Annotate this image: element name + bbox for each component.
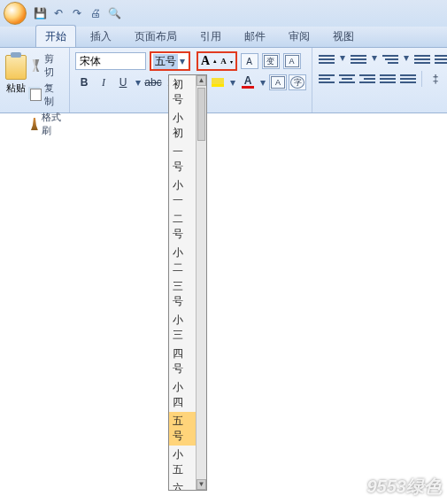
copy-label: 复制	[44, 81, 62, 108]
font-name-input[interactable]	[75, 52, 146, 70]
numbering-icon	[351, 52, 366, 66]
quick-access-toolbar: 💾 ↶ ↷ 🖨 🔍	[32, 5, 122, 21]
font-size-option[interactable]: 一号	[169, 143, 196, 176]
scroll-thumb[interactable]	[197, 88, 205, 141]
multilevel-button[interactable]	[381, 51, 399, 67]
align-left-button[interactable]	[318, 71, 335, 87]
underline-button[interactable]: U	[114, 74, 132, 90]
clear-format-button[interactable]: A	[241, 53, 258, 69]
font-size-option[interactable]: 三号	[169, 277, 196, 311]
font-size-option[interactable]: 二号	[169, 210, 196, 244]
tab-references[interactable]: 引用	[191, 26, 230, 47]
qat-preview-icon[interactable]: 🔍	[106, 5, 122, 21]
align-left-icon	[319, 72, 335, 86]
cut-label: 剪切	[44, 52, 62, 79]
scrollbar[interactable]: ▲ ▼	[196, 75, 206, 490]
font-size-option[interactable]: 小五	[169, 446, 196, 479]
font-size-dropdown-list[interactable]: 初号小初一号小一二号小二三号小三四号小四五号小五六号小六七号八号55.56.57…	[168, 74, 207, 491]
chevron-down-icon: ▾	[178, 55, 187, 67]
bullets-icon	[319, 52, 335, 66]
indent-inc-button[interactable]	[434, 51, 447, 67]
group-clipboard: 粘贴 剪切 复制 格式刷	[0, 48, 70, 112]
font-size-dropdown[interactable]: 五号 ▾	[150, 51, 190, 71]
copy-button[interactable]: 复制	[28, 81, 64, 109]
grow-font-button[interactable]: A	[201, 54, 210, 68]
chevron-down-icon[interactable]: ▾	[402, 51, 411, 67]
grow-shrink-box: A▴ A▾	[197, 51, 237, 71]
indent-dec-button[interactable]	[413, 51, 431, 67]
tab-insert[interactable]: 插入	[81, 26, 120, 47]
underline-more-icon[interactable]: ▾	[134, 76, 143, 89]
qat-save-icon[interactable]: 💾	[32, 5, 48, 21]
bold-button[interactable]: B	[75, 74, 93, 90]
chevron-down-icon[interactable]: ▾	[370, 51, 379, 67]
copy-icon	[30, 89, 42, 101]
paste-label: 粘贴	[6, 81, 26, 95]
qat-undo-icon[interactable]: ↶	[50, 5, 66, 21]
align-right-icon	[359, 72, 375, 86]
font-size-option[interactable]: 小初	[169, 109, 196, 143]
paste-icon	[5, 55, 27, 80]
cut-icon	[30, 59, 42, 72]
tab-home[interactable]: 开始	[35, 25, 76, 47]
font-color-icon: A	[242, 76, 254, 89]
scroll-up-icon[interactable]: ▲	[197, 75, 206, 86]
office-button[interactable]	[4, 2, 27, 25]
tab-review[interactable]: 审阅	[280, 26, 319, 47]
format-painter-label: 格式刷	[42, 111, 62, 137]
distributed-icon	[400, 72, 416, 86]
align-center-icon	[339, 72, 355, 86]
align-right-button[interactable]	[358, 71, 376, 87]
chevron-down-icon[interactable]: ▾	[338, 51, 347, 67]
font-size-option[interactable]: 初号	[169, 75, 196, 109]
bullets-button[interactable]	[318, 51, 335, 67]
line-spacing-button[interactable]: ‡	[427, 71, 444, 87]
paste-button[interactable]: 粘贴	[5, 51, 27, 97]
qat-print-icon[interactable]: 🖨	[88, 5, 104, 21]
tab-layout[interactable]: 页面布局	[126, 26, 186, 47]
group-paragraph: ▾ ▾ ▾ ‡ ▾	[312, 48, 447, 112]
char-border-button[interactable]: A	[283, 53, 301, 69]
numbering-button[interactable]	[350, 51, 367, 67]
italic-button[interactable]: I	[95, 74, 112, 90]
brush-icon	[30, 118, 39, 130]
char-shading-button[interactable]: 变	[262, 53, 280, 69]
tab-mailings[interactable]: 邮件	[235, 26, 274, 47]
ribbon-tabs: 开始 插入 页面布局 引用 邮件 审阅 视图	[0, 27, 447, 48]
tab-view[interactable]: 视图	[324, 26, 363, 47]
highlight-more-icon[interactable]: ▾	[228, 76, 237, 89]
char-art-button[interactable]: A	[269, 74, 287, 90]
title-bar: 💾 ↶ ↷ 🖨 🔍	[0, 0, 447, 27]
justify-icon	[380, 72, 396, 86]
separator	[421, 71, 422, 87]
highlight-button[interactable]	[209, 74, 227, 90]
font-color-button[interactable]: A	[239, 74, 257, 90]
font-size-option[interactable]: 五号	[169, 412, 196, 446]
align-center-button[interactable]	[338, 71, 356, 87]
font-size-option[interactable]: 六号	[169, 479, 196, 491]
indent-inc-icon	[435, 52, 447, 66]
strike-button[interactable]: abc	[144, 74, 162, 90]
font-size-value: 五号	[153, 54, 178, 69]
font-size-option[interactable]: 小四	[169, 378, 196, 412]
distributed-button[interactable]	[399, 71, 417, 87]
cut-button[interactable]: 剪切	[28, 51, 64, 80]
scroll-down-icon[interactable]: ▼	[197, 479, 206, 490]
highlight-icon	[212, 78, 224, 87]
justify-button[interactable]	[379, 71, 397, 87]
enclose-char-button[interactable]: 字	[289, 74, 306, 90]
font-size-option[interactable]: 小二	[169, 244, 196, 277]
font-color-more-icon[interactable]: ▾	[258, 76, 267, 89]
font-size-option[interactable]: 四号	[169, 345, 196, 378]
format-painter-button[interactable]: 格式刷	[28, 110, 64, 138]
shrink-font-button[interactable]: A	[220, 57, 227, 66]
multilevel-icon	[382, 52, 398, 66]
font-size-option[interactable]: 小三	[169, 311, 196, 345]
font-size-option[interactable]: 小一	[169, 176, 196, 210]
indent-dec-icon	[414, 52, 430, 66]
ribbon: 粘贴 剪切 复制 格式刷	[0, 48, 447, 113]
qat-redo-icon[interactable]: ↷	[69, 5, 85, 21]
